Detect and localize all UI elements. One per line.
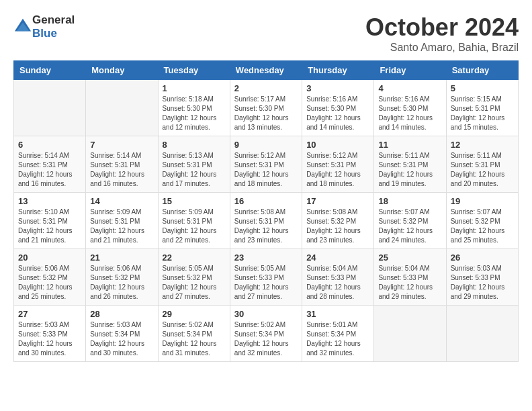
day-cell: 29Sunrise: 5:02 AM Sunset: 5:34 PM Dayli… bbox=[158, 306, 230, 362]
day-info: Sunrise: 5:05 AM Sunset: 5:32 PM Dayligh… bbox=[163, 264, 226, 302]
day-info: Sunrise: 5:04 AM Sunset: 5:33 PM Dayligh… bbox=[378, 264, 441, 302]
title-area: October 2024 Santo Amaro, Bahia, Brazil bbox=[365, 13, 519, 54]
day-number: 7 bbox=[90, 140, 153, 150]
day-info: Sunrise: 5:17 AM Sunset: 5:30 PM Dayligh… bbox=[234, 95, 298, 132]
day-number: 6 bbox=[18, 140, 81, 150]
day-info: Sunrise: 5:16 AM Sunset: 5:30 PM Dayligh… bbox=[306, 95, 369, 132]
day-cell: 1Sunrise: 5:18 AM Sunset: 5:30 PM Daylig… bbox=[158, 80, 230, 136]
day-cell: 22Sunrise: 5:05 AM Sunset: 5:32 PM Dayli… bbox=[158, 249, 230, 306]
day-cell: 16Sunrise: 5:08 AM Sunset: 5:31 PM Dayli… bbox=[230, 193, 302, 249]
day-cell: 27Sunrise: 5:03 AM Sunset: 5:33 PM Dayli… bbox=[14, 306, 86, 362]
day-info: Sunrise: 5:12 AM Sunset: 5:31 PM Dayligh… bbox=[234, 151, 298, 189]
day-info: Sunrise: 5:10 AM Sunset: 5:31 PM Dayligh… bbox=[18, 208, 81, 245]
day-number: 14 bbox=[90, 196, 153, 206]
day-number: 15 bbox=[163, 196, 226, 206]
day-number: 28 bbox=[90, 309, 153, 319]
day-number: 29 bbox=[163, 309, 226, 319]
day-info: Sunrise: 5:09 AM Sunset: 5:31 PM Dayligh… bbox=[163, 208, 226, 245]
week-row-1: 1Sunrise: 5:18 AM Sunset: 5:30 PM Daylig… bbox=[14, 80, 519, 136]
week-row-5: 27Sunrise: 5:03 AM Sunset: 5:33 PM Dayli… bbox=[14, 306, 519, 362]
day-cell: 13Sunrise: 5:10 AM Sunset: 5:31 PM Dayli… bbox=[14, 193, 86, 249]
day-cell: 31Sunrise: 5:01 AM Sunset: 5:34 PM Dayli… bbox=[302, 306, 374, 362]
day-info: Sunrise: 5:08 AM Sunset: 5:32 PM Dayligh… bbox=[306, 208, 369, 245]
day-info: Sunrise: 5:07 AM Sunset: 5:32 PM Dayligh… bbox=[451, 208, 514, 245]
day-cell: 26Sunrise: 5:03 AM Sunset: 5:33 PM Dayli… bbox=[446, 249, 518, 306]
day-info: Sunrise: 5:07 AM Sunset: 5:32 PM Dayligh… bbox=[378, 208, 441, 245]
day-cell: 19Sunrise: 5:07 AM Sunset: 5:32 PM Dayli… bbox=[446, 193, 518, 249]
day-cell: 6Sunrise: 5:14 AM Sunset: 5:31 PM Daylig… bbox=[14, 136, 86, 193]
calendar: SundayMondayTuesdayWednesdayThursdayFrid… bbox=[13, 60, 519, 362]
day-cell bbox=[14, 80, 86, 136]
day-info: Sunrise: 5:12 AM Sunset: 5:31 PM Dayligh… bbox=[306, 151, 369, 189]
day-number: 27 bbox=[18, 309, 81, 319]
day-number: 13 bbox=[18, 196, 81, 206]
day-cell: 28Sunrise: 5:03 AM Sunset: 5:34 PM Dayli… bbox=[86, 306, 158, 362]
day-number: 10 bbox=[306, 140, 369, 150]
month-title: October 2024 bbox=[365, 13, 519, 42]
day-number: 26 bbox=[451, 253, 514, 263]
weekday-header-saturday: Saturday bbox=[446, 61, 518, 80]
day-number: 21 bbox=[90, 253, 153, 263]
logo: General Blue bbox=[13, 13, 75, 40]
day-info: Sunrise: 5:04 AM Sunset: 5:33 PM Dayligh… bbox=[306, 264, 369, 302]
day-number: 22 bbox=[163, 253, 226, 263]
day-cell: 24Sunrise: 5:04 AM Sunset: 5:33 PM Dayli… bbox=[302, 249, 374, 306]
location: Santo Amaro, Bahia, Brazil bbox=[365, 42, 519, 54]
day-cell: 30Sunrise: 5:02 AM Sunset: 5:34 PM Dayli… bbox=[230, 306, 302, 362]
weekday-header-friday: Friday bbox=[374, 61, 446, 80]
day-cell: 15Sunrise: 5:09 AM Sunset: 5:31 PM Dayli… bbox=[158, 193, 230, 249]
day-info: Sunrise: 5:03 AM Sunset: 5:33 PM Dayligh… bbox=[18, 320, 81, 358]
day-info: Sunrise: 5:09 AM Sunset: 5:31 PM Dayligh… bbox=[90, 208, 153, 245]
day-info: Sunrise: 5:14 AM Sunset: 5:31 PM Dayligh… bbox=[90, 151, 153, 189]
day-info: Sunrise: 5:18 AM Sunset: 5:30 PM Dayligh… bbox=[163, 95, 226, 132]
day-number: 20 bbox=[18, 253, 81, 263]
day-info: Sunrise: 5:06 AM Sunset: 5:32 PM Dayligh… bbox=[18, 264, 81, 302]
day-info: Sunrise: 5:11 AM Sunset: 5:31 PM Dayligh… bbox=[378, 151, 441, 189]
day-info: Sunrise: 5:16 AM Sunset: 5:30 PM Dayligh… bbox=[378, 95, 441, 132]
day-number: 16 bbox=[234, 196, 298, 206]
day-number: 31 bbox=[306, 309, 369, 319]
day-info: Sunrise: 5:13 AM Sunset: 5:31 PM Dayligh… bbox=[163, 151, 226, 189]
day-number: 25 bbox=[378, 253, 441, 263]
day-number: 17 bbox=[306, 196, 369, 206]
weekday-header-monday: Monday bbox=[86, 61, 158, 80]
day-cell: 10Sunrise: 5:12 AM Sunset: 5:31 PM Dayli… bbox=[302, 136, 374, 193]
day-cell: 25Sunrise: 5:04 AM Sunset: 5:33 PM Dayli… bbox=[374, 249, 446, 306]
day-number: 18 bbox=[378, 196, 441, 206]
day-number: 19 bbox=[451, 196, 514, 206]
day-number: 9 bbox=[234, 140, 298, 150]
day-number: 11 bbox=[378, 140, 441, 150]
day-number: 5 bbox=[451, 83, 514, 93]
week-row-2: 6Sunrise: 5:14 AM Sunset: 5:31 PM Daylig… bbox=[14, 136, 519, 193]
day-cell: 5Sunrise: 5:15 AM Sunset: 5:31 PM Daylig… bbox=[446, 80, 518, 136]
logo-icon bbox=[13, 17, 32, 36]
day-number: 12 bbox=[451, 140, 514, 150]
day-info: Sunrise: 5:15 AM Sunset: 5:31 PM Dayligh… bbox=[451, 95, 514, 132]
weekday-header-thursday: Thursday bbox=[302, 61, 374, 80]
day-cell: 18Sunrise: 5:07 AM Sunset: 5:32 PM Dayli… bbox=[374, 193, 446, 249]
day-number: 8 bbox=[163, 140, 226, 150]
day-number: 1 bbox=[163, 83, 226, 93]
day-cell: 14Sunrise: 5:09 AM Sunset: 5:31 PM Dayli… bbox=[86, 193, 158, 249]
day-cell: 7Sunrise: 5:14 AM Sunset: 5:31 PM Daylig… bbox=[86, 136, 158, 193]
day-cell: 20Sunrise: 5:06 AM Sunset: 5:32 PM Dayli… bbox=[14, 249, 86, 306]
day-number: 4 bbox=[378, 83, 441, 93]
day-cell: 9Sunrise: 5:12 AM Sunset: 5:31 PM Daylig… bbox=[230, 136, 302, 193]
day-info: Sunrise: 5:08 AM Sunset: 5:31 PM Dayligh… bbox=[234, 208, 298, 245]
day-info: Sunrise: 5:01 AM Sunset: 5:34 PM Dayligh… bbox=[306, 320, 369, 358]
day-cell: 23Sunrise: 5:05 AM Sunset: 5:33 PM Dayli… bbox=[230, 249, 302, 306]
day-cell: 17Sunrise: 5:08 AM Sunset: 5:32 PM Dayli… bbox=[302, 193, 374, 249]
week-row-3: 13Sunrise: 5:10 AM Sunset: 5:31 PM Dayli… bbox=[14, 193, 519, 249]
day-number: 24 bbox=[306, 253, 369, 263]
day-number: 23 bbox=[234, 253, 298, 263]
weekday-header-sunday: Sunday bbox=[14, 61, 86, 80]
week-row-4: 20Sunrise: 5:06 AM Sunset: 5:32 PM Dayli… bbox=[14, 249, 519, 306]
page-header: General Blue October 2024 Santo Amaro, B… bbox=[13, 13, 519, 54]
logo-text-general: General bbox=[32, 13, 75, 26]
day-cell: 21Sunrise: 5:06 AM Sunset: 5:32 PM Dayli… bbox=[86, 249, 158, 306]
day-cell bbox=[374, 306, 446, 362]
day-info: Sunrise: 5:02 AM Sunset: 5:34 PM Dayligh… bbox=[163, 320, 226, 358]
day-number: 30 bbox=[234, 309, 298, 319]
day-cell: 11Sunrise: 5:11 AM Sunset: 5:31 PM Dayli… bbox=[374, 136, 446, 193]
day-cell bbox=[446, 306, 518, 362]
